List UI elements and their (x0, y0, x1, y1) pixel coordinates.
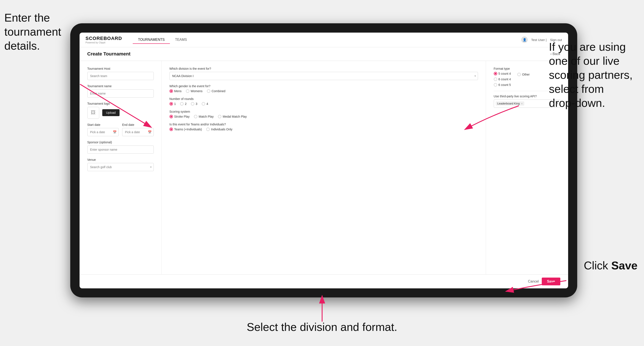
logo-label: Tournament logo (87, 102, 154, 105)
division-select-wrapper: NCAA Division I NCAA Division II NCAA Di… (170, 72, 478, 80)
team-label: Is this event for Teams and/or Individua… (170, 123, 478, 126)
live-scoring-tag: Leaderboard King × (496, 101, 524, 106)
gender-combined-radio[interactable] (207, 89, 210, 93)
rounds-2-label: 2 (185, 102, 186, 106)
scoring-stroke-radio[interactable] (170, 115, 173, 118)
user-label: Test User | (531, 38, 546, 42)
gender-combined[interactable]: Combined (207, 89, 226, 93)
upload-button[interactable]: Upload (102, 109, 120, 116)
format-options: 5 count 4 6 count 4 6 count 5 (494, 72, 511, 87)
format-6count5-label: 6 count 5 (498, 83, 511, 87)
brand-name: SCOREBOARD (86, 36, 122, 41)
logo-preview: 🖼 (87, 107, 99, 119)
nav-tab-tournaments[interactable]: TOURNAMENTS (133, 36, 170, 44)
rounds-4-radio[interactable] (202, 102, 205, 106)
user-avatar: 👤 (521, 36, 528, 43)
brand-sub: Powered by Clippit (86, 41, 122, 44)
rounds-3[interactable]: 3 (191, 102, 197, 106)
page-title: Create Tournament (87, 51, 130, 57)
rounds-3-radio[interactable] (191, 102, 194, 106)
end-date-input[interactable] (122, 128, 154, 136)
tablet: SCOREBOARD Powered by Clippit TOURNAMENT… (70, 23, 577, 297)
tablet-screen: SCOREBOARD Powered by Clippit TOURNAMENT… (80, 33, 568, 288)
date-row: Start date 📅 End date 📅 (87, 123, 154, 136)
team-radio-group: Teams (+Individuals) Individuals Only (170, 128, 478, 131)
annotation-division-text: Select the division and format. (247, 321, 397, 333)
host-input[interactable] (87, 72, 154, 80)
format-other-radio[interactable] (517, 73, 521, 76)
team-teams-label: Teams (+Individuals) (174, 128, 202, 131)
live-scoring-remove-button[interactable]: × (521, 102, 522, 105)
scoring-medal[interactable]: Medal Match Play (218, 115, 247, 118)
save-button[interactable]: Save (542, 278, 560, 285)
sponsor-input[interactable] (87, 146, 154, 154)
rounds-3-label: 3 (196, 102, 197, 106)
gender-womens-label: Womens (191, 89, 202, 93)
gender-mens-label: Mens (174, 89, 182, 93)
rounds-1-radio[interactable] (170, 102, 173, 106)
form-footer: Cancel Save (80, 274, 568, 288)
scoring-match[interactable]: Match Play (194, 115, 214, 118)
gender-mens[interactable]: Mens (170, 89, 182, 93)
rounds-4-label: 4 (206, 102, 208, 106)
team-teams[interactable]: Teams (+Individuals) (170, 128, 202, 131)
format-5count4-radio[interactable] (494, 72, 497, 75)
rounds-group: Number of rounds 1 2 3 (170, 97, 478, 106)
format-6count4-radio[interactable] (494, 77, 497, 81)
rounds-4[interactable]: 4 (202, 102, 208, 106)
logo-upload-row: 🖼 Upload (87, 107, 154, 119)
end-date-group: End date 📅 (122, 123, 154, 136)
team-individuals[interactable]: Individuals Only (206, 128, 232, 131)
format-6count4-label: 6 count 4 (498, 77, 511, 81)
cancel-button[interactable]: Cancel (528, 280, 539, 283)
annotation-click-save-text: Click Save (584, 259, 638, 272)
sponsor-label: Sponsor (optional) (87, 141, 154, 144)
team-teams-radio[interactable] (170, 128, 173, 131)
rounds-2-radio[interactable] (180, 102, 184, 106)
division-select[interactable]: NCAA Division I NCAA Division II NCAA Di… (170, 72, 478, 80)
gender-group: Which gender is the event for? Mens Wome… (170, 84, 478, 93)
gender-label: Which gender is the event for? (170, 84, 478, 88)
annotation-enter-text: Enter thetournamentdetails. (4, 11, 61, 52)
scoring-group: Scoring system Stroke Play Match Play (170, 110, 478, 118)
scoring-medal-radio[interactable] (218, 115, 221, 118)
end-date-wrap: 📅 (122, 128, 154, 136)
annotation-select-division: Select the division and format. (247, 320, 397, 334)
team-individuals-label: Individuals Only (211, 128, 232, 131)
scoring-radio-group: Stroke Play Match Play Medal Match Play (170, 115, 478, 118)
division-label: Which division is the event for? (170, 67, 478, 70)
team-individuals-radio[interactable] (206, 128, 210, 131)
page-header: Create Tournament ‹ Back (80, 47, 568, 61)
annotation-live-scoring: If you are usingone of our livescoring p… (549, 40, 640, 110)
scoring-match-radio[interactable] (194, 115, 197, 118)
venue-input[interactable] (87, 163, 154, 171)
format-other[interactable]: Other (517, 73, 530, 76)
rounds-1[interactable]: 1 (170, 102, 176, 106)
format-5count4[interactable]: 5 count 4 (494, 72, 511, 75)
brand: SCOREBOARD Powered by Clippit (86, 36, 122, 44)
start-date-label: Start date (87, 123, 119, 127)
gender-combined-label: Combined (212, 89, 226, 93)
host-label: Tournament Host (87, 67, 154, 70)
scoring-stroke[interactable]: Stroke Play (170, 115, 190, 118)
rounds-2[interactable]: 2 (180, 102, 186, 106)
navbar: SCOREBOARD Powered by Clippit TOURNAMENT… (80, 33, 568, 47)
start-date-input[interactable] (87, 128, 119, 136)
gender-womens-radio[interactable] (186, 89, 189, 93)
annotation-live-text: If you are usingone of our livescoring p… (549, 41, 632, 109)
name-group: Tournament name (87, 84, 154, 98)
nav-tab-teams[interactable]: TEAMS (170, 36, 192, 44)
format-6count5[interactable]: 6 count 5 (494, 83, 511, 87)
format-6count5-radio[interactable] (494, 83, 497, 87)
annotation-enter-tournament: Enter thetournamentdetails. (4, 11, 61, 53)
rounds-label: Number of rounds (170, 97, 478, 101)
gender-womens[interactable]: Womens (186, 89, 202, 93)
scoring-label: Scoring system (170, 110, 478, 113)
format-6count4[interactable]: 6 count 4 (494, 77, 511, 81)
middle-column: Which division is the event for? NCAA Di… (162, 61, 486, 274)
name-input[interactable] (87, 89, 154, 98)
rounds-1-label: 1 (174, 102, 176, 106)
gender-mens-radio[interactable] (170, 89, 173, 93)
rounds-radio-group: 1 2 3 4 (170, 102, 478, 106)
left-column: Tournament Host Tournament name Tourname… (80, 61, 162, 274)
